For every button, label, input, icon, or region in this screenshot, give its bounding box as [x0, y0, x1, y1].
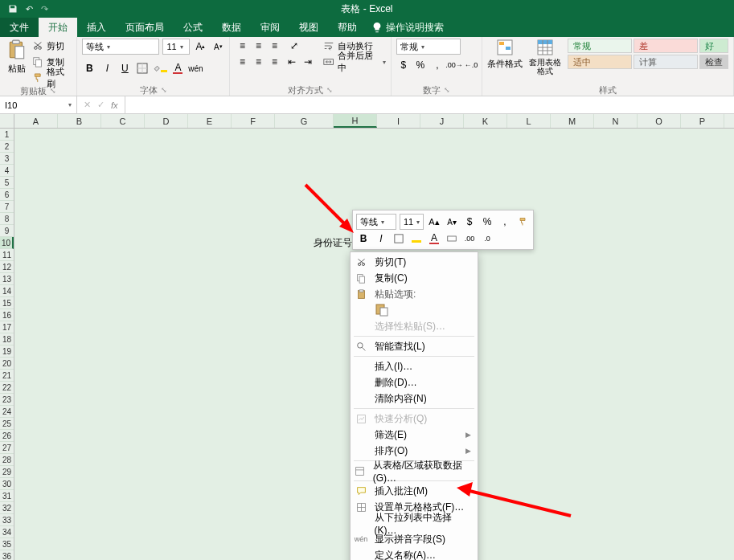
mini-fill-color-icon[interactable] — [409, 231, 424, 246]
font-size-combo[interactable]: 11▾ — [162, 39, 190, 55]
number-format-combo[interactable]: 常规▾ — [396, 39, 461, 55]
row-header-6[interactable]: 6 — [0, 189, 14, 201]
col-header-N[interactable]: N — [594, 114, 638, 128]
row-header-17[interactable]: 17 — [0, 321, 14, 333]
comma-format-icon[interactable]: , — [430, 58, 445, 72]
dialog-launcher-icon[interactable]: ⤡ — [161, 86, 167, 94]
mini-shrink-font-icon[interactable]: A▾ — [445, 215, 459, 229]
col-header-K[interactable]: K — [464, 114, 507, 128]
row-header-20[interactable]: 20 — [0, 358, 14, 370]
row-header-32[interactable]: 32 — [0, 502, 14, 514]
enter-formula-icon[interactable]: ✓ — [97, 100, 105, 110]
mini-grow-font-icon[interactable]: A▴ — [427, 215, 441, 229]
row-header-35[interactable]: 35 — [0, 538, 14, 550]
col-header-D[interactable]: D — [145, 114, 188, 128]
mini-inc-dec-icon[interactable]: .00 — [462, 231, 477, 246]
col-header-A[interactable]: A — [14, 114, 58, 128]
decrease-decimal-icon[interactable]: ←.0 — [464, 58, 478, 72]
style-normal[interactable]: 常规 — [568, 39, 632, 53]
formula-input[interactable] — [125, 96, 734, 113]
percent-format-icon[interactable]: % — [413, 58, 428, 72]
dialog-launcher-icon[interactable]: ⤡ — [326, 86, 333, 94]
mini-accounting-icon[interactable]: $ — [462, 215, 477, 229]
ctx-sort[interactable]: 排序(O)▶ — [351, 443, 478, 459]
ctx-copy[interactable]: 复制(C) — [351, 270, 478, 286]
col-header-P[interactable]: P — [681, 114, 724, 128]
row-header-26[interactable]: 26 — [0, 430, 14, 442]
orientation-button[interactable]: ⤢ — [285, 39, 304, 53]
style-calc[interactable]: 计算 — [634, 55, 698, 69]
format-as-table-button[interactable]: 套用表格格式 — [526, 39, 564, 76]
style-pending[interactable]: 适中 — [568, 55, 632, 69]
row-header-27[interactable]: 27 — [0, 442, 14, 454]
tell-me-search[interactable]: 操作说明搜索 — [367, 18, 453, 37]
mini-dec-dec-icon[interactable]: .0 — [480, 231, 494, 246]
ctx-delete[interactable]: 删除(D)… — [351, 374, 478, 390]
align-bottom-icon[interactable]: ≡ — [267, 39, 281, 53]
mini-percent-icon[interactable]: % — [480, 215, 494, 229]
align-top-icon[interactable]: ≡ — [235, 39, 249, 53]
row-header-9[interactable]: 9 — [0, 225, 14, 237]
row-header-30[interactable]: 30 — [0, 478, 14, 490]
mini-font-color-icon[interactable]: A — [427, 231, 441, 246]
style-bad[interactable]: 差 — [634, 39, 698, 53]
mini-font-name[interactable]: 等线▾ — [356, 214, 396, 230]
merge-center-button[interactable]: 合并后居中 ▾ — [323, 55, 385, 69]
row-header-3[interactable]: 3 — [0, 153, 14, 165]
row-header-24[interactable]: 24 — [0, 406, 14, 418]
row-header-15[interactable]: 15 — [0, 297, 14, 309]
align-right-icon[interactable]: ≡ — [267, 55, 281, 69]
conditional-format-button[interactable]: 条件格式 — [487, 39, 523, 70]
fill-color-button[interactable] — [153, 61, 167, 76]
mini-merge-icon[interactable] — [445, 231, 459, 246]
format-painter-button[interactable]: 格式刷 — [32, 71, 72, 85]
style-check[interactable]: 检查 — [699, 55, 728, 69]
row-header-2[interactable]: 2 — [0, 141, 14, 153]
align-center-icon[interactable]: ≡ — [251, 55, 265, 69]
tab-file[interactable]: 文件 — [0, 18, 39, 37]
phonetic-guide-button[interactable]: wén — [188, 61, 203, 76]
tab-page-layout[interactable]: 页面布局 — [116, 18, 174, 37]
tab-formulas[interactable]: 公式 — [174, 18, 212, 37]
accounting-format-icon[interactable]: $ — [396, 58, 411, 72]
tab-help[interactable]: 帮助 — [328, 18, 367, 37]
ctx-pick-from-list[interactable]: 从下拉列表中选择(K)… — [351, 515, 478, 531]
dialog-launcher-icon[interactable]: ⤡ — [444, 86, 450, 94]
col-header-O[interactable]: O — [638, 114, 681, 128]
col-header-B[interactable]: B — [58, 114, 101, 128]
row-header-23[interactable]: 23 — [0, 394, 14, 406]
row-header-5[interactable]: 5 — [0, 177, 14, 189]
paste-button[interactable]: 粘贴 — [5, 39, 29, 75]
tab-view[interactable]: 视图 — [289, 18, 328, 37]
row-header-11[interactable]: 11 — [0, 249, 14, 261]
mini-italic[interactable]: I — [374, 231, 388, 246]
decrease-indent-icon[interactable]: ⇤ — [285, 55, 299, 69]
mini-border-icon[interactable] — [392, 231, 406, 246]
row-header-31[interactable]: 31 — [0, 490, 14, 502]
col-header-M[interactable]: M — [551, 114, 594, 128]
select-all-corner[interactable] — [0, 114, 14, 128]
name-box[interactable]: I10 ▾ — [0, 96, 77, 113]
decrease-font-icon[interactable]: A▾ — [211, 39, 225, 54]
tab-home[interactable]: 开始 — [39, 18, 77, 37]
row-header-21[interactable]: 21 — [0, 370, 14, 382]
col-header-I[interactable]: I — [377, 114, 420, 128]
col-header-L[interactable]: L — [507, 114, 551, 128]
redo-icon[interactable]: ↷ — [41, 4, 48, 14]
font-color-button[interactable]: A — [170, 61, 185, 76]
bold-button[interactable]: B — [82, 61, 96, 76]
col-header-J[interactable]: J — [420, 114, 464, 128]
ctx-insert[interactable]: 插入(I)… — [351, 358, 478, 374]
increase-decimal-icon[interactable]: .00→ — [447, 58, 461, 72]
row-header-22[interactable]: 22 — [0, 382, 14, 394]
col-header-F[interactable]: F — [232, 114, 275, 128]
cut-button[interactable]: 剪切 — [32, 39, 72, 53]
mini-font-size[interactable]: 11▾ — [400, 214, 424, 230]
row-header-29[interactable]: 29 — [0, 466, 14, 478]
row-header-12[interactable]: 12 — [0, 261, 14, 273]
underline-button[interactable]: U — [117, 61, 132, 76]
row-header-36[interactable]: 36 — [0, 550, 14, 560]
row-header-4[interactable]: 4 — [0, 165, 14, 177]
ctx-smart-lookup[interactable]: 智能查找(L) — [351, 338, 478, 354]
col-header-H[interactable]: H — [334, 114, 377, 128]
